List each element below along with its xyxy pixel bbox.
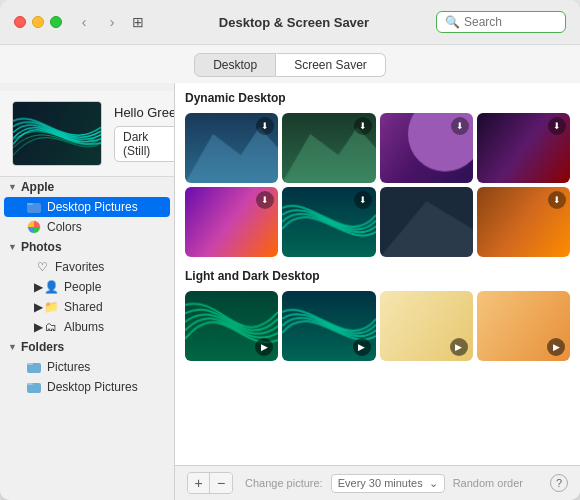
main-content: Hello Green Dark (Still) ↓ ▼ Apple xyxy=(0,83,580,500)
colors-label: Colors xyxy=(47,220,82,234)
play-icon-ld1: ▶ xyxy=(255,338,273,356)
gallery-item-ld3[interactable]: ▶ xyxy=(380,291,473,361)
shared-label: Shared xyxy=(64,300,103,314)
shared-icon: 📁 xyxy=(43,299,59,315)
gallery-item-1[interactable]: ⬇ xyxy=(185,113,278,183)
play-icon-ld2: ▶ xyxy=(353,338,371,356)
titlebar: ‹ › ⊞ Desktop & Screen Saver 🔍 xyxy=(0,0,580,45)
close-button[interactable] xyxy=(14,16,26,28)
sidebar-item-desktop-pictures[interactable]: Desktop Pictures xyxy=(4,197,170,217)
desktop-pictures-label: Desktop Pictures xyxy=(47,200,138,214)
tab-desktop[interactable]: Desktop xyxy=(194,53,276,77)
download-icon-4: ⬇ xyxy=(548,117,566,135)
gallery-item-3[interactable]: ⬇ xyxy=(380,113,473,183)
colors-icon xyxy=(26,219,42,235)
main-window: ‹ › ⊞ Desktop & Screen Saver 🔍 Desktop S… xyxy=(0,0,580,500)
change-picture-value: Every 30 minutes xyxy=(338,477,423,489)
gallery-item-5[interactable]: ⬇ xyxy=(185,187,278,257)
play-icon-ld4: ▶ xyxy=(547,338,565,356)
gallery-item-8[interactable]: ⬇ xyxy=(477,187,570,257)
random-order-label: Random order xyxy=(453,477,523,489)
preview-name: Hello Green xyxy=(114,105,175,120)
gallery-item-ld2[interactable]: ▶ xyxy=(282,291,375,361)
heart-icon: ♡ xyxy=(34,259,50,275)
change-picture-dropdown[interactable]: Every 30 minutes ⌄ xyxy=(331,474,445,493)
albums-label: Albums xyxy=(64,320,104,334)
chevron-right-shared: ▶ xyxy=(34,300,43,314)
preview-info: Hello Green Dark (Still) ↓ xyxy=(114,105,175,162)
light-dark-gallery-grid: ▶ ▶ ▶ ▶ xyxy=(185,291,570,361)
window-title: Desktop & Screen Saver xyxy=(152,15,436,30)
add-remove-buttons: + − xyxy=(187,472,233,494)
search-box[interactable]: 🔍 xyxy=(436,11,566,33)
maximize-button[interactable] xyxy=(50,16,62,28)
people-label: People xyxy=(64,280,101,294)
right-panel: Dynamic Desktop ⬇ ⬇ ⬇ xyxy=(175,83,580,500)
style-label: Dark (Still) xyxy=(123,130,158,158)
gallery-item-ld4[interactable]: ▶ xyxy=(477,291,570,361)
traffic-lights xyxy=(14,16,62,28)
download-icon-3: ⬇ xyxy=(451,117,469,135)
bottom-bar: + − Change picture: Every 30 minutes ⌄ R… xyxy=(175,465,580,500)
gallery-item-2[interactable]: ⬇ xyxy=(282,113,375,183)
chevron-down-icon: ▼ xyxy=(8,182,17,192)
sidebar-item-pictures[interactable]: Pictures xyxy=(4,357,170,377)
back-button[interactable]: ‹ xyxy=(72,10,96,34)
favorites-label: Favorites xyxy=(55,260,104,274)
sidebar-item-albums[interactable]: ▶ 🗂 Albums xyxy=(4,317,170,337)
remove-button[interactable]: − xyxy=(210,473,232,493)
tabs-bar: Desktop Screen Saver xyxy=(0,45,580,83)
gallery-item-6[interactable]: ⬇ xyxy=(282,187,375,257)
tab-screensaver[interactable]: Screen Saver xyxy=(276,53,386,77)
download-icon-6: ⬇ xyxy=(354,191,372,209)
chevron-right-people: ▶ xyxy=(34,280,43,294)
folders-desktop-label: Desktop Pictures xyxy=(47,380,138,394)
minimize-button[interactable] xyxy=(32,16,44,28)
sidebar-item-folders-desktop[interactable]: Desktop Pictures xyxy=(4,377,170,397)
people-icon: 👤 xyxy=(43,279,59,295)
folder-icon-desktop xyxy=(26,379,42,395)
nav-buttons: ‹ › xyxy=(72,10,124,34)
gallery-item-7[interactable] xyxy=(380,187,473,257)
download-icon-8: ⬇ xyxy=(548,191,566,209)
sidebar-item-shared[interactable]: ▶ 📁 Shared xyxy=(4,297,170,317)
search-input[interactable] xyxy=(464,15,554,29)
style-dropdown-row: Dark (Still) ↓ xyxy=(114,126,175,162)
style-dropdown[interactable]: Dark (Still) ↓ xyxy=(114,126,175,162)
chevron-down-icon-photos: ▼ xyxy=(8,242,17,252)
svg-rect-4 xyxy=(27,363,33,365)
sidebar-item-favorites[interactable]: ♡ Favorites xyxy=(4,257,170,277)
add-button[interactable]: + xyxy=(188,473,210,493)
gallery-area: Dynamic Desktop ⬇ ⬇ ⬇ xyxy=(175,83,580,465)
folder-blue-icon xyxy=(26,199,42,215)
dynamic-gallery-grid: ⬇ ⬇ ⬇ ⬇ xyxy=(185,113,570,257)
folder-icon-pictures xyxy=(26,359,42,375)
apps-grid-icon: ⊞ xyxy=(132,14,144,30)
albums-icon: 🗂 xyxy=(43,319,59,335)
photos-section-label: Photos xyxy=(21,240,62,254)
folders-section-label: Folders xyxy=(21,340,64,354)
help-button[interactable]: ? xyxy=(550,474,568,492)
sidebar-item-people[interactable]: ▶ 👤 People xyxy=(4,277,170,297)
change-picture-label: Change picture: xyxy=(245,477,323,489)
search-icon: 🔍 xyxy=(445,15,460,29)
pictures-label: Pictures xyxy=(47,360,90,374)
sidebar-section-folders[interactable]: ▼ Folders xyxy=(0,337,174,357)
chevron-right-albums: ▶ xyxy=(34,320,43,334)
dropdown-arrow-bottom: ⌄ xyxy=(429,477,438,490)
download-icon-2: ⬇ xyxy=(354,117,372,135)
dynamic-desktop-title: Dynamic Desktop xyxy=(185,91,570,105)
sidebar-section-photos[interactable]: ▼ Photos xyxy=(0,237,174,257)
svg-rect-1 xyxy=(27,203,33,205)
light-dark-title: Light and Dark Desktop xyxy=(185,269,570,283)
preview-thumbnail xyxy=(12,101,102,166)
sidebar-section-apple[interactable]: ▼ Apple xyxy=(0,177,174,197)
preview-area: Hello Green Dark (Still) ↓ xyxy=(0,91,174,177)
play-icon-ld3: ▶ xyxy=(450,338,468,356)
gallery-item-ld1[interactable]: ▶ xyxy=(185,291,278,361)
gallery-item-4[interactable]: ⬇ xyxy=(477,113,570,183)
svg-rect-6 xyxy=(27,383,33,385)
forward-button[interactable]: › xyxy=(100,10,124,34)
chevron-down-folders: ▼ xyxy=(8,342,17,352)
sidebar-item-colors[interactable]: Colors xyxy=(4,217,170,237)
